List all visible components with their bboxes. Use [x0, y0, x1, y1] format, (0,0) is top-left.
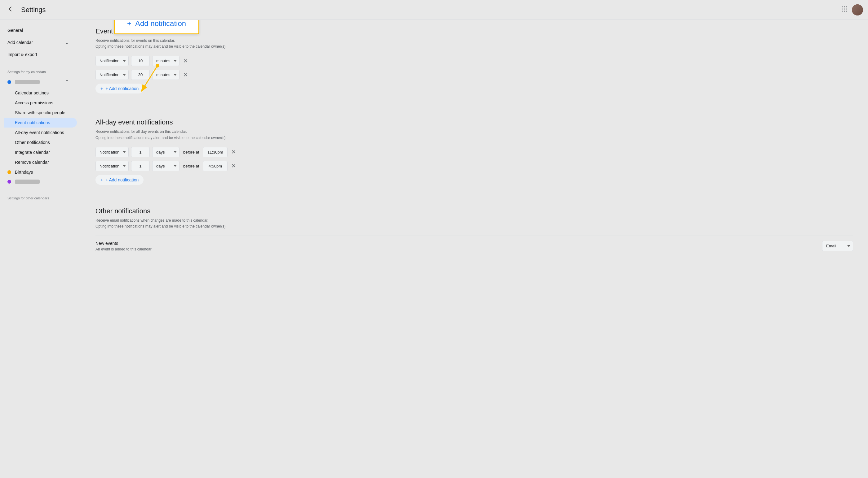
page-title: Settings — [21, 6, 46, 14]
birthdays-color-dot — [7, 170, 11, 174]
other-calendar-name — [15, 179, 40, 184]
other-calendar-dot — [7, 180, 11, 183]
new-events-email-select[interactable]: Email None — [822, 241, 853, 251]
other-notif-desc: Receive email notifications when changes… — [95, 218, 853, 229]
svg-point-7 — [844, 11, 845, 12]
allday-remove-2[interactable]: ✕ — [230, 161, 237, 171]
other-calendars-section: Settings for other calendars — [0, 191, 81, 202]
notif-value-input-1[interactable] — [131, 56, 150, 66]
add-notif-plus-icon: + — [100, 86, 103, 91]
svg-point-0 — [842, 6, 843, 7]
notif-remove-btn-1[interactable]: ✕ — [182, 56, 189, 66]
new-events-row: New events An event is added to this cal… — [95, 236, 853, 257]
layout: General Add calendar ⌄ Import & export S… — [0, 20, 868, 478]
event-notif-row-2: Notification Email minutes hours days we… — [95, 70, 853, 80]
allday-type-2[interactable]: Notification Email — [95, 161, 129, 171]
allday-notif-row-1: Notification Email days minutes hours we… — [95, 147, 853, 157]
birthdays-label: Birthdays — [15, 170, 33, 175]
new-events-desc: An event is added to this calendar — [95, 247, 152, 251]
back-button[interactable] — [5, 3, 18, 17]
before-at-label-1: before at — [182, 150, 200, 155]
sidebar-item-import-export[interactable]: Import & export — [0, 49, 77, 60]
sidebar-sub-item-4[interactable]: All-day event notifications — [4, 128, 77, 137]
chevron-up-icon: ⌃ — [65, 79, 69, 86]
notif-remove-btn-2[interactable]: ✕ — [182, 70, 189, 79]
allday-value-1[interactable] — [131, 147, 150, 157]
chevron-down-icon: ⌄ — [65, 39, 69, 46]
event-notifications-desc: Receive notifications for events on this… — [95, 38, 853, 49]
svg-point-4 — [844, 9, 845, 10]
popup-plus-icon: + — [127, 20, 131, 28]
add-allday-notif-label: + Add notification — [105, 177, 138, 182]
topbar: Settings — [0, 0, 868, 20]
sidebar-sub-item-0[interactable]: Calendar settings — [4, 88, 77, 98]
sub-items: Calendar settingsAccess permissionsShare… — [0, 88, 81, 167]
notif-value-input-2[interactable] — [131, 70, 150, 80]
svg-point-6 — [842, 11, 843, 12]
allday-notifications-section: All-day event notifications Receive noti… — [95, 118, 853, 184]
allday-desc: Receive notifications for all day events… — [95, 129, 853, 141]
new-events-info: New events An event is added to this cal… — [95, 241, 152, 251]
allday-type-1[interactable]: Notification Email — [95, 147, 129, 157]
event-notif-row-1: Notification Email minutes hours days we… — [95, 56, 853, 66]
allday-time-1[interactable] — [203, 147, 227, 157]
main-content: Event notifications Receive notification… — [81, 20, 868, 478]
calendar-color-dot — [7, 80, 11, 84]
allday-unit-1[interactable]: days minutes hours weeks — [152, 147, 180, 157]
sidebar-item-general[interactable]: General — [0, 25, 77, 36]
svg-point-1 — [844, 6, 845, 7]
topbar-left: Settings — [5, 3, 46, 17]
svg-point-5 — [846, 9, 847, 10]
sidebar-sub-item-3[interactable]: Event notifications — [4, 117, 77, 128]
sidebar-sub-item-6[interactable]: Integrate calendar — [4, 147, 77, 157]
sidebar-item-add-calendar[interactable]: Add calendar ⌄ — [0, 36, 77, 49]
calendar-name-blurred — [15, 80, 40, 84]
my-calendars-section: Settings for my calendars — [0, 65, 81, 76]
sidebar: General Add calendar ⌄ Import & export S… — [0, 20, 81, 478]
popup-add-label: Add notification — [135, 20, 186, 28]
sidebar-sub-item-5[interactable]: Other notifications — [4, 137, 77, 147]
allday-add-plus-icon: + — [100, 177, 103, 182]
add-notification-popup[interactable]: + Add notification — [114, 20, 199, 34]
event-notifications-section: Event notifications Receive notification… — [95, 27, 853, 94]
allday-time-2[interactable] — [203, 161, 227, 171]
allday-unit-2[interactable]: days minutes hours weeks — [152, 161, 180, 171]
svg-point-3 — [842, 9, 843, 10]
sidebar-sub-item-2[interactable]: Share with specific people — [4, 108, 77, 117]
add-event-notification-btn[interactable]: + + Add notification — [95, 83, 144, 94]
svg-point-2 — [846, 6, 847, 7]
svg-point-8 — [846, 11, 847, 12]
sidebar-sub-item-7[interactable]: Remove calendar — [4, 157, 77, 167]
event-notifications-title: Event notifications — [95, 27, 853, 35]
other-calendar-item[interactable] — [0, 177, 77, 186]
allday-value-2[interactable] — [131, 161, 150, 171]
notif-type-select-2[interactable]: Notification Email — [95, 70, 129, 80]
allday-remove-1[interactable]: ✕ — [230, 147, 237, 157]
topbar-right — [841, 4, 863, 15]
grid-icon[interactable] — [841, 5, 848, 14]
avatar[interactable] — [852, 4, 863, 15]
my-calendar-item[interactable]: ⌃ — [0, 76, 77, 88]
other-notif-title: Other notifications — [95, 207, 853, 215]
new-events-label: New events — [95, 241, 152, 246]
allday-title: All-day event notifications — [95, 118, 853, 126]
add-allday-notification-btn[interactable]: + + Add notification — [95, 175, 144, 185]
other-notifications-section: Other notifications Receive email notifi… — [95, 207, 853, 257]
notif-type-select-1[interactable]: Notification Email — [95, 56, 129, 66]
before-at-label-2: before at — [182, 164, 200, 168]
sidebar-sub-item-1[interactable]: Access permissions — [4, 98, 77, 108]
add-event-notif-label: + Add notification — [105, 86, 138, 91]
notif-unit-select-2[interactable]: minutes hours days weeks — [152, 70, 180, 80]
notif-unit-select-1[interactable]: minutes hours days weeks — [152, 56, 180, 66]
allday-notif-row-2: Notification Email days minutes hours we… — [95, 161, 853, 171]
birthdays-item[interactable]: Birthdays — [0, 167, 77, 177]
